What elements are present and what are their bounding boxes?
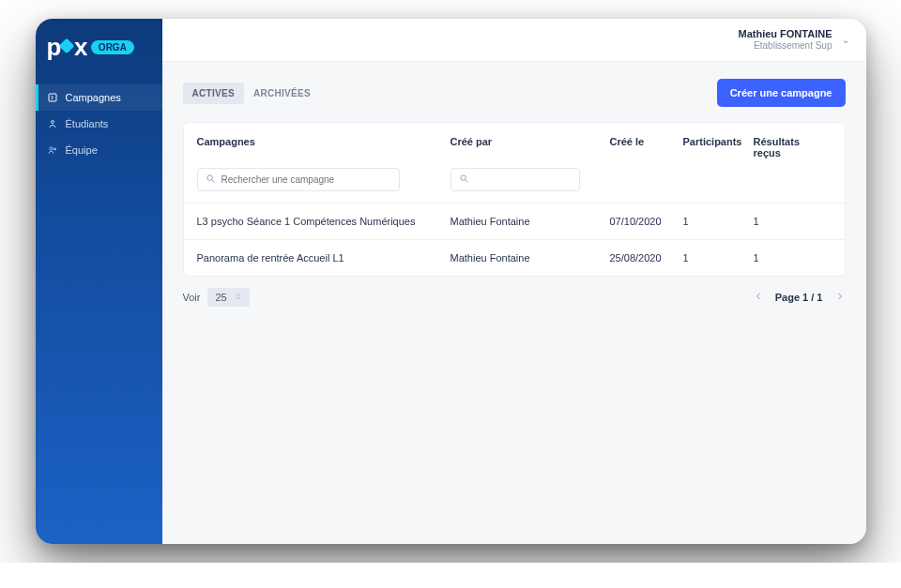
logo: px ORGA — [36, 19, 162, 75]
sidebar-item-label: Étudiants — [66, 118, 109, 129]
svg-point-1 — [51, 121, 53, 124]
table-header: Campagnes Créé par Créé le Participants … — [184, 123, 845, 168]
pager-left: Voir 25 — [183, 288, 250, 307]
campaign-search[interactable] — [197, 168, 400, 191]
cell-results: 1 — [754, 216, 810, 227]
cell-results: 1 — [754, 252, 810, 264]
col-header-author: Créé par — [450, 136, 610, 158]
user-name: Mathieu FONTAINE — [738, 28, 832, 40]
sidebar-nav: Campagnes Étudiants Équipe — [36, 84, 162, 163]
user-org: Etablissement Sup — [738, 40, 832, 52]
tab-actives[interactable]: ACTIVES — [183, 83, 244, 104]
cell-author: Mathieu Fontaine — [450, 216, 610, 227]
pager-see-label: Voir — [183, 292, 201, 303]
sidebar-item-label: Campagnes — [66, 92, 121, 103]
campaigns-icon — [47, 92, 58, 103]
content: ACTIVES ARCHIVÉES Créer une campagne Cam… — [162, 62, 866, 544]
user-menu[interactable]: Mathieu FONTAINE Etablissement Sup ⌄ — [738, 28, 848, 51]
logo-dot-icon — [58, 38, 74, 53]
sidebar-item-campagnes[interactable]: Campagnes — [36, 84, 162, 111]
table-row[interactable]: L3 psycho Séance 1 Compétences Numérique… — [184, 203, 845, 239]
campaign-search-input[interactable] — [221, 174, 391, 185]
sidebar-item-equipe[interactable]: Équipe — [36, 137, 162, 163]
svg-point-5 — [460, 175, 466, 181]
cell-created: 07/10/2020 — [610, 216, 683, 227]
svg-point-3 — [53, 148, 55, 150]
chevron-down-icon: ⌄ — [842, 35, 849, 45]
search-icon — [459, 173, 469, 186]
svg-point-4 — [206, 175, 212, 181]
col-header-participants: Participants — [683, 136, 754, 158]
sidebar-item-etudiants[interactable]: Étudiants — [36, 111, 162, 137]
pager-right: Page 1 / 1 — [753, 291, 846, 304]
author-search[interactable] — [450, 168, 580, 191]
user-block: Mathieu FONTAINE Etablissement Sup — [738, 28, 832, 51]
table-row[interactable]: Panorama de rentrée Accueil L1 Mathieu F… — [184, 239, 845, 276]
main: Mathieu FONTAINE Etablissement Sup ⌄ ACT… — [162, 19, 866, 544]
topbar: Mathieu FONTAINE Etablissement Sup ⌄ — [162, 19, 866, 62]
select-caret-icon — [235, 292, 242, 303]
students-icon — [47, 118, 58, 129]
team-icon — [47, 144, 58, 156]
author-search-input[interactable] — [475, 174, 572, 185]
sidebar-item-label: Équipe — [66, 144, 98, 156]
page-indicator: Page 1 / 1 — [775, 292, 823, 303]
sidebar: px ORGA Campagnes Étudiants Équipe — [36, 19, 162, 544]
search-icon — [206, 173, 216, 186]
cell-created: 25/08/2020 — [610, 252, 683, 264]
logo-pix-text: px — [47, 33, 87, 62]
logo-orga-badge: ORGA — [91, 40, 134, 54]
next-page-button[interactable] — [834, 291, 846, 304]
cell-participants: 1 — [683, 216, 754, 227]
cell-campaign: Panorama de rentrée Accueil L1 — [197, 252, 450, 264]
page-size-value: 25 — [215, 292, 226, 303]
app-window: px ORGA Campagnes Étudiants Équipe Mathi… — [36, 19, 866, 544]
pager: Voir 25 Page 1 / 1 — [183, 288, 846, 307]
col-header-campaign: Campagnes — [197, 136, 450, 158]
cell-campaign: L3 psycho Séance 1 Compétences Numérique… — [197, 216, 450, 227]
tab-archivees[interactable]: ARCHIVÉES — [244, 83, 320, 104]
create-campaign-button[interactable]: Créer une campagne — [717, 79, 846, 107]
tabs: ACTIVES ARCHIVÉES — [183, 83, 321, 104]
col-header-created: Créé le — [610, 136, 683, 158]
col-header-results: Résultats reçus — [754, 136, 810, 158]
cell-author: Mathieu Fontaine — [450, 252, 610, 264]
prev-page-button[interactable] — [753, 291, 764, 304]
campaigns-table: Campagnes Créé par Créé le Participants … — [183, 122, 846, 277]
cell-participants: 1 — [683, 252, 754, 264]
svg-point-2 — [50, 147, 53, 150]
table-filters — [184, 168, 845, 203]
tabs-row: ACTIVES ARCHIVÉES Créer une campagne — [183, 79, 846, 107]
page-size-select[interactable]: 25 — [207, 288, 249, 307]
